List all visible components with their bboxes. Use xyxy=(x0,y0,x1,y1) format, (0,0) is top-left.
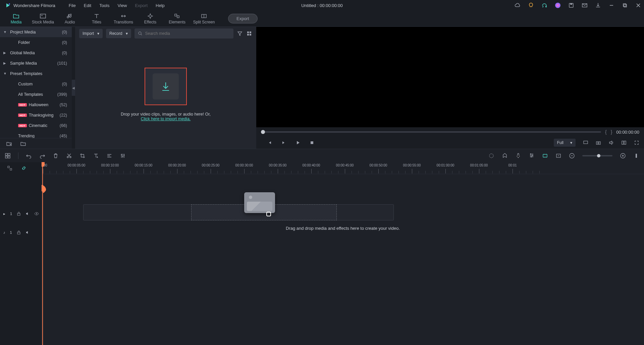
timeline-ruler[interactable]: 00:0000:00:05:0000:00:10:0000:00:15:0000… xyxy=(42,162,644,174)
volume-icon[interactable] xyxy=(608,140,614,145)
export-button[interactable]: Export xyxy=(228,14,258,23)
download-icon[interactable] xyxy=(595,2,601,8)
crop-button[interactable] xyxy=(79,153,86,159)
undo-button[interactable] xyxy=(26,153,32,159)
tab-audio[interactable]: Audio xyxy=(56,11,83,27)
sidebar-item[interactable]: Folder(0) xyxy=(0,37,72,48)
speed-button[interactable] xyxy=(106,153,112,159)
menu-file[interactable]: File xyxy=(69,3,76,8)
lightbulb-icon[interactable] xyxy=(528,2,534,8)
menu-edit[interactable]: Edit xyxy=(84,3,91,8)
sidebar-item[interactable]: ▼Project Media(0) xyxy=(0,27,72,37)
import-dropdown[interactable]: Import ▾ xyxy=(79,29,103,38)
save-icon[interactable] xyxy=(568,2,574,8)
cloud-icon[interactable] xyxy=(515,2,521,8)
import-media-button[interactable] xyxy=(145,68,187,105)
tab-media[interactable]: Media xyxy=(3,11,30,27)
brace-close-icon[interactable]: } xyxy=(611,129,612,135)
import-arrow-icon xyxy=(159,80,172,93)
sidebar-item[interactable]: All Templates(399) xyxy=(0,89,72,99)
render-icon[interactable] xyxy=(542,153,548,159)
tab-elements[interactable]: Elements xyxy=(164,11,191,27)
zoom-out-button[interactable] xyxy=(569,153,575,159)
folder-open-icon[interactable] xyxy=(20,141,26,147)
step-forward-button[interactable] xyxy=(281,140,286,145)
redo-button[interactable] xyxy=(39,153,45,159)
sidebar-collapse-handle[interactable]: ◀ xyxy=(72,80,75,96)
cut-button[interactable] xyxy=(66,153,72,159)
timeline-body[interactable]: 00:0000:00:05:0000:00:10:0000:00:15:0000… xyxy=(42,162,644,345)
autoreframe-icon[interactable] xyxy=(555,153,561,159)
preview-quality-dropdown[interactable]: Full ▾ xyxy=(554,139,576,147)
adjust-button[interactable] xyxy=(120,153,126,159)
marker-icon[interactable] xyxy=(502,153,508,159)
sidebar-item[interactable]: ▶Sample Media(101) xyxy=(0,58,72,68)
mute-icon[interactable] xyxy=(25,212,30,216)
text-button[interactable] xyxy=(93,153,99,159)
maximize-button[interactable] xyxy=(622,2,628,8)
search-media-box[interactable] xyxy=(135,28,233,39)
fit-timeline-icon[interactable] xyxy=(633,153,639,159)
stop-button[interactable] xyxy=(309,140,315,145)
timeline-toolbar xyxy=(0,149,644,162)
sidebar-item[interactable]: ▶Global Media(0) xyxy=(0,48,72,58)
media-drop-zone[interactable]: Drop your video clips, images, or audio … xyxy=(75,40,256,149)
mute-icon[interactable] xyxy=(25,230,30,234)
compare-icon[interactable] xyxy=(621,140,627,145)
voiceover-icon[interactable] xyxy=(515,153,521,159)
mixer-icon[interactable] xyxy=(529,153,535,159)
menu-help[interactable]: Help xyxy=(156,3,165,8)
audio-track-header[interactable]: ♪ 1 xyxy=(0,223,41,242)
minimize-button[interactable] xyxy=(608,2,614,8)
link-icon[interactable] xyxy=(21,165,27,171)
timeline: ▸ 1 ♪ 1 00:0000:00:05:0000:00:10:0000:00… xyxy=(0,162,644,345)
timeline-track-headers: ▸ 1 ♪ 1 xyxy=(0,162,42,345)
ruler-label: 00:00:40:00 xyxy=(303,163,320,167)
close-button[interactable] xyxy=(635,2,641,8)
sidebar-item[interactable]: ▼Preset Templates xyxy=(0,68,72,79)
manage-tracks-icon[interactable] xyxy=(7,165,13,171)
preview-viewport[interactable] xyxy=(256,27,644,127)
fullscreen-icon[interactable] xyxy=(634,140,639,145)
tab-effects[interactable]: Effects xyxy=(137,11,164,27)
filter-icon[interactable] xyxy=(237,30,243,37)
new-folder-icon[interactable] xyxy=(6,141,12,147)
grid-view-icon[interactable] xyxy=(246,30,252,37)
play-button[interactable] xyxy=(295,140,301,145)
avatar-icon[interactable] xyxy=(555,2,561,8)
svg-rect-5 xyxy=(623,4,626,6)
dragging-media-thumbnail xyxy=(244,192,275,213)
tab-stock-media[interactable]: Stock Media xyxy=(30,11,56,27)
display-icon[interactable] xyxy=(583,140,588,145)
sidebar-item[interactable]: HOTThanksgiving(22) xyxy=(0,110,72,120)
delete-button[interactable] xyxy=(53,153,59,159)
tab-transitions[interactable]: Transitions xyxy=(110,11,137,27)
lock-icon[interactable] xyxy=(17,230,21,234)
menu-tools[interactable]: Tools xyxy=(99,3,109,8)
sidebar-item[interactable]: HOTCinematic(66) xyxy=(0,120,72,131)
lock-icon[interactable] xyxy=(17,212,21,216)
scrub-slider[interactable] xyxy=(261,131,601,133)
tab-titles[interactable]: Titles xyxy=(83,11,110,27)
headphones-icon[interactable] xyxy=(541,2,547,8)
sidebar-item[interactable]: HOTHalloween(52) xyxy=(0,99,72,110)
menu-view[interactable]: View xyxy=(117,3,127,8)
timeline-playhead[interactable] xyxy=(42,162,43,345)
eye-icon[interactable] xyxy=(34,212,39,216)
record-dropdown[interactable]: Record ▾ xyxy=(106,29,131,38)
tab-split-screen[interactable]: Split Screen xyxy=(191,11,217,27)
color-marker-icon[interactable] xyxy=(488,153,494,159)
sidebar-item[interactable]: Custom(0) xyxy=(0,79,72,89)
mail-icon[interactable] xyxy=(582,2,588,8)
import-link[interactable]: Click here to import media. xyxy=(141,117,191,121)
zoom-slider[interactable] xyxy=(582,155,612,156)
svg-rect-25 xyxy=(5,156,7,158)
snapshot-icon[interactable] xyxy=(596,140,601,145)
layout-icon[interactable] xyxy=(5,153,11,159)
zoom-in-button[interactable] xyxy=(620,153,626,159)
brace-open-icon[interactable]: { xyxy=(605,129,607,135)
search-input[interactable] xyxy=(145,31,230,36)
image-icon xyxy=(40,13,46,19)
prev-frame-button[interactable] xyxy=(267,140,272,145)
video-track-header[interactable]: ▸ 1 xyxy=(0,204,41,223)
